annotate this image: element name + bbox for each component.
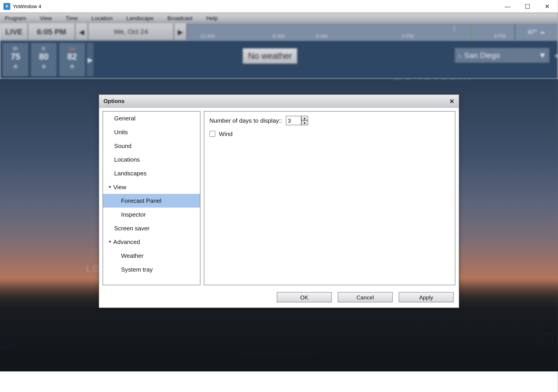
home-icon: ⌂ [458, 52, 462, 59]
day-label: th [13, 45, 18, 52]
tree-item-units[interactable]: Units [103, 125, 200, 139]
history-provider[interactable]: Open Weather Map [268, 350, 317, 357]
tree-item-general[interactable]: General [103, 111, 200, 125]
apply-button[interactable]: Apply [399, 292, 453, 302]
menu-time[interactable]: Time [66, 15, 78, 21]
date-prev-button[interactable]: ◀ [75, 23, 88, 40]
forecast-row: th 75 ☀ fr 80 ☀ sa 82 ☀ ▶ No weather ⌂ S… [0, 40, 558, 79]
brand-icon: ☀ [2, 347, 11, 357]
options-close-button[interactable]: ✕ [449, 98, 454, 104]
sun-icon: ☀ [69, 63, 75, 71]
tree-item-landscapes[interactable]: Landscapes [103, 166, 200, 180]
days-stepper[interactable]: ▲ ▼ [286, 116, 308, 125]
minimize-button[interactable]: — [498, 0, 517, 13]
timeline-tick: 6 AM [273, 33, 285, 39]
day-temp: 82 [67, 52, 77, 62]
tree-item-locations[interactable]: Locations [103, 153, 200, 167]
forecast-day[interactable]: sa 82 ☀ [59, 43, 85, 77]
current-temp: 67° ☁ [515, 23, 558, 40]
day-label: sa [69, 45, 75, 52]
day-label: fr [42, 45, 45, 52]
time-display[interactable]: 6:05 PM [28, 23, 75, 40]
sun-icon: ☀ [41, 63, 47, 71]
timeline-tick: 12 AM [200, 33, 214, 39]
tree-item-system-tray[interactable]: System tray [103, 263, 200, 276]
menubar: Program View Time Location Landscape Bro… [0, 13, 558, 23]
tree-item-view[interactable]: View [103, 180, 200, 194]
timeline-tick: 3 PM [402, 33, 414, 39]
options-titlebar[interactable]: Options ✕ [99, 95, 459, 108]
options-tree: General Units Sound Locations Landscapes… [103, 111, 201, 285]
timeline-now-marker [471, 24, 472, 40]
days-label: Number of days to display:: [209, 117, 282, 124]
menu-help[interactable]: Help [206, 15, 218, 21]
tree-item-screen-saver[interactable]: Screen saver [103, 221, 200, 235]
sun-icon: ☀ [12, 63, 18, 71]
footer-watermark: LO4D.com [529, 364, 555, 369]
location-name: San Diego [464, 51, 500, 60]
forecast-day[interactable]: th 75 ☀ [2, 43, 28, 77]
location-select[interactable]: ⌂ San Diego ▼ [455, 48, 549, 62]
footer-bar: LO4D.com [0, 358, 558, 371]
maximize-button[interactable]: ☐ [517, 0, 537, 13]
menu-landscape[interactable]: Landscape [126, 15, 154, 21]
temp-value: 67° [528, 28, 537, 35]
options-title: Options [104, 98, 124, 104]
add-location-button[interactable]: ＋ [550, 48, 558, 62]
tree-item-inspector[interactable]: Inspector [103, 208, 200, 221]
app-icon: ☀ [3, 3, 10, 9]
timeline-tick: 9 PM [494, 33, 506, 39]
options-dialog: Options ✕ General Units Sound Locations … [99, 94, 459, 308]
tree-item-forecast-panel[interactable]: Forecast Panel [103, 194, 200, 208]
live-button[interactable]: LIVE [0, 23, 28, 40]
moon-icon: ☾ [453, 25, 459, 39]
app-title: YoWindow 4 [13, 3, 42, 9]
menu-broadcast[interactable]: Broadcast [167, 15, 192, 21]
date-next-button[interactable]: ▶ [174, 23, 187, 40]
brand-bar: ☀ YoWindow [0, 346, 81, 358]
menu-program[interactable]: Program [5, 15, 26, 21]
more-days-button[interactable]: ▶ [87, 43, 94, 77]
tree-item-advanced[interactable]: Advanced [103, 235, 200, 249]
brand-name: YoWindow [14, 347, 50, 356]
options-panel: Number of days to display:: ▲ ▼ Wind [204, 111, 455, 285]
menu-location[interactable]: Location [91, 15, 113, 21]
forecast-day[interactable]: fr 80 ☀ [31, 43, 57, 77]
date-display[interactable]: We, Oct 24 [88, 23, 174, 40]
timeline-tick: 9 AM [316, 33, 328, 39]
ok-button[interactable]: OK [277, 292, 332, 302]
cancel-button[interactable]: Cancel [338, 292, 393, 302]
menu-view[interactable]: View [40, 15, 52, 21]
tree-item-sound[interactable]: Sound [103, 139, 200, 153]
tree-item-weather[interactable]: Weather [103, 249, 200, 263]
day-temp: 80 [39, 52, 48, 62]
toolbar: LIVE 6:05 PM ◀ We, Oct 24 ▶ 12 AM 6 AM 9… [0, 23, 558, 40]
titlebar: ☀ YoWindow 4 — ☐ ✕ [0, 0, 558, 13]
chevron-down-icon: ▼ [539, 51, 546, 60]
wind-label: Wind [219, 130, 232, 137]
fullscreen-icon[interactable] [541, 334, 553, 346]
date-nav: ◀ We, Oct 24 ▶ [75, 23, 187, 40]
days-spin-up[interactable]: ▲ [301, 116, 308, 121]
cloud-icon: ☁ [540, 29, 545, 35]
options-buttons: OK Cancel Apply [99, 289, 459, 307]
close-button[interactable]: ✕ [537, 0, 557, 13]
days-input[interactable] [286, 116, 301, 125]
history-label: History by [241, 350, 266, 357]
wind-checkbox[interactable] [209, 131, 216, 137]
day-temp: 75 [11, 52, 20, 62]
no-weather-badge: No weather [243, 48, 297, 64]
days-spin-down[interactable]: ▼ [301, 120, 308, 125]
watermark: LO4D.com [392, 79, 472, 83]
timeline[interactable]: 12 AM 6 AM 9 AM 3 PM 9 PM ☾ [187, 23, 515, 40]
history-bar: History by Open Weather Map [0, 349, 558, 358]
